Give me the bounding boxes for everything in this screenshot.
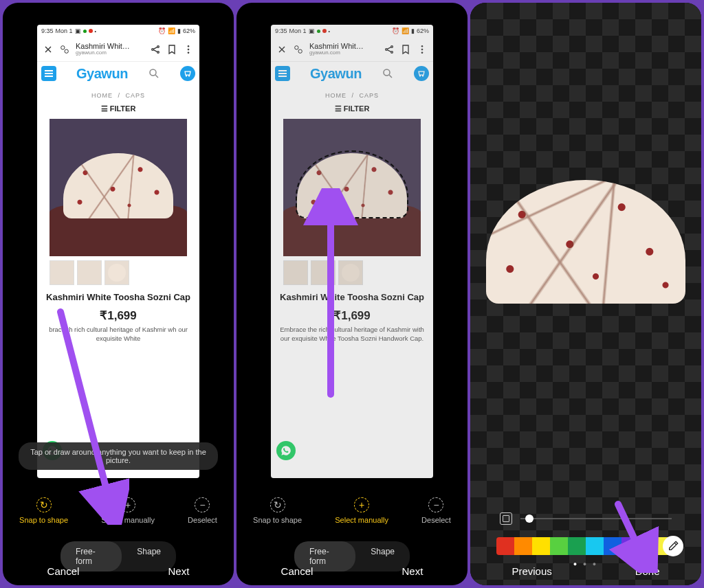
minus-icon: −: [195, 497, 210, 512]
thumbnail-2[interactable]: [311, 260, 336, 285]
translate-icon[interactable]: [293, 44, 304, 55]
plus-icon: +: [354, 497, 369, 512]
site-header: Gyawun: [37, 62, 199, 85]
swatch-yellow[interactable]: [532, 537, 550, 555]
page-domain: gyawun.com: [309, 50, 378, 56]
cancel-button[interactable]: Cancel: [281, 565, 314, 577]
more-notif-icon: •: [329, 29, 330, 34]
swatch-lime[interactable]: [550, 537, 568, 555]
swatch-orange[interactable]: [514, 537, 532, 555]
close-icon[interactable]: [43, 44, 54, 55]
swatch-green[interactable]: [568, 537, 586, 555]
menu-button[interactable]: [275, 66, 290, 81]
swatch-cyan[interactable]: [586, 537, 604, 555]
svg-point-13: [391, 51, 393, 53]
svg-point-12: [391, 45, 393, 47]
color-picker-button[interactable]: [663, 536, 683, 556]
brand-logo[interactable]: Gyawun: [76, 66, 128, 82]
bookmark-icon[interactable]: [166, 44, 177, 55]
svg-point-17: [384, 69, 390, 76]
instruction-tooltip: Tap or draw around anything you want to …: [19, 442, 218, 470]
brand-logo[interactable]: Gyawun: [310, 66, 362, 82]
slider-thumb[interactable]: [525, 514, 534, 523]
deselect-tool[interactable]: − Deselect: [421, 497, 451, 524]
search-icon[interactable]: [382, 67, 394, 80]
deselect-tool[interactable]: − Deselect: [188, 497, 217, 524]
previous-button[interactable]: Previous: [512, 565, 551, 577]
filter-button[interactable]: ☰ FILTER: [271, 104, 433, 119]
breadcrumb: HOME / CAPS: [271, 85, 433, 104]
thumbnail-row: [37, 256, 199, 289]
battery-text: 62%: [417, 27, 429, 34]
svg-point-4: [157, 51, 160, 53]
more-notif-icon: •: [95, 29, 96, 34]
status-time: 9:35: [41, 27, 54, 34]
share-icon[interactable]: [384, 44, 395, 55]
product-name: Kashmiri White Toosha Sozni Cap: [271, 289, 433, 306]
outline-slider[interactable]: [520, 518, 672, 519]
whatsapp-button[interactable]: [276, 441, 296, 460]
minus-icon: −: [428, 497, 443, 512]
signal-icon: ▮: [177, 27, 181, 34]
more-icon[interactable]: [183, 44, 194, 55]
filter-button[interactable]: ☰ FILTER: [37, 104, 199, 119]
wifi-icon: 📶: [168, 27, 175, 34]
svg-point-0: [61, 45, 65, 49]
panel-1-snap-to-shape: 9:35 Mon 1 ▣ • ⏰ 📶 ▮ 62% Kashmiri Whit… …: [3, 3, 234, 585]
swatch-black[interactable]: [639, 537, 657, 555]
close-icon[interactable]: [276, 44, 287, 55]
status-day: Mon 1: [289, 27, 307, 34]
thumbnail-2[interactable]: [77, 260, 102, 285]
snap-icon: ↻: [36, 497, 52, 512]
translate-icon[interactable]: [59, 44, 70, 55]
cart-button[interactable]: [414, 66, 429, 81]
done-button[interactable]: Done: [635, 565, 660, 577]
select-manually-tool[interactable]: + Select manually: [101, 497, 155, 524]
svg-point-6: [188, 49, 189, 50]
panel-3-sticker-result: ● ● ● Previous Done: [470, 3, 701, 585]
cart-button[interactable]: [180, 66, 195, 81]
whatsapp-notif-icon: [317, 30, 320, 33]
status-bar: 9:35 Mon 1 ▣ • ⏰ 📶 ▮ 62%: [271, 25, 433, 37]
thumbnail-1[interactable]: [283, 260, 308, 285]
thumbnail-1[interactable]: [50, 260, 74, 285]
cancel-button[interactable]: Cancel: [47, 565, 80, 577]
snap-to-shape-tool[interactable]: ↻ Snap to shape: [19, 497, 68, 524]
swatch-red[interactable]: [496, 537, 514, 555]
select-manually-tool[interactable]: + Select manually: [335, 497, 388, 524]
swatch-blue[interactable]: [604, 537, 622, 555]
breadcrumb: HOME / CAPS: [37, 85, 199, 104]
svg-point-1: [65, 49, 68, 53]
screenshot-preview: 9:35 Mon 1 ▣ • ⏰ 📶 ▮ 62% Kashmiri Whit… …: [37, 25, 199, 478]
bookmark-icon[interactable]: [400, 44, 411, 55]
wifi-icon: 📶: [402, 27, 409, 34]
next-button[interactable]: Next: [402, 565, 424, 577]
svg-point-14: [421, 45, 423, 47]
snap-icon: ↻: [270, 497, 285, 512]
svg-point-5: [188, 45, 189, 47]
next-button[interactable]: Next: [168, 565, 190, 577]
svg-point-16: [421, 52, 423, 53]
filter-icon: ☰: [335, 104, 344, 113]
product-name: Kashmiri White Toosha Sozni Cap: [37, 289, 199, 306]
share-icon[interactable]: [150, 44, 161, 55]
panel-2-select-manually: 9:35 Mon 1 ▣ • ⏰ 📶 ▮ 62% Kashmiri Whit… …: [236, 3, 468, 585]
snap-to-shape-tool[interactable]: ↻ Snap to shape: [253, 497, 302, 524]
product-image: [283, 119, 421, 256]
status-time: 9:35: [275, 27, 287, 34]
notif-icon: ▣: [309, 27, 315, 34]
menu-button[interactable]: [41, 66, 56, 81]
color-palette[interactable]: [496, 537, 675, 555]
site-header: Gyawun: [271, 62, 433, 85]
swatch-purple[interactable]: [622, 537, 639, 555]
thumbnail-3[interactable]: [104, 260, 129, 285]
thumbnail-3[interactable]: [338, 260, 363, 285]
browser-toolbar: Kashmiri Whit… gyawun.com: [271, 37, 433, 62]
svg-point-7: [188, 52, 189, 53]
search-icon[interactable]: [148, 67, 160, 80]
alert-notif-icon: [89, 29, 93, 33]
more-icon[interactable]: [417, 44, 428, 55]
filter-icon: ☰: [101, 104, 110, 113]
product-price: ₹1,699: [271, 306, 433, 326]
outline-icon[interactable]: [500, 512, 512, 525]
